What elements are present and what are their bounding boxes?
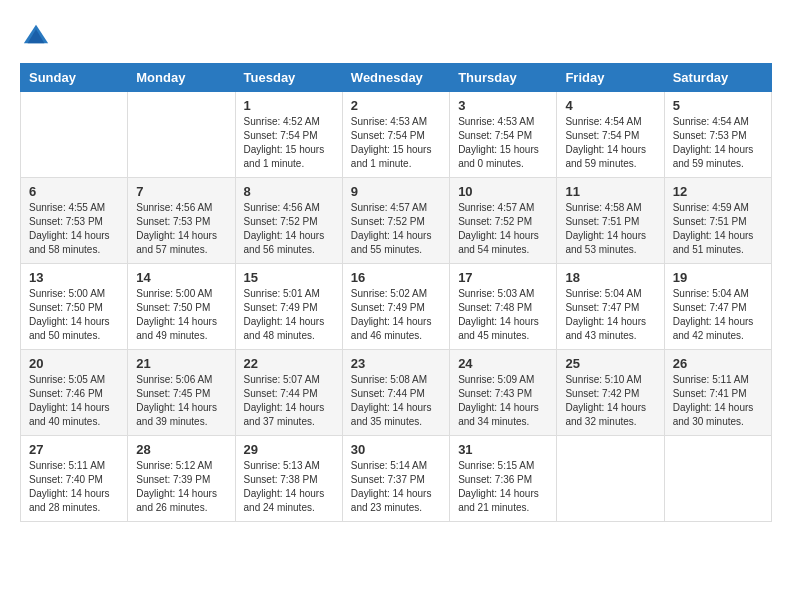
day-number: 23 bbox=[351, 356, 441, 371]
calendar-cell: 26Sunrise: 5:11 AMSunset: 7:41 PMDayligh… bbox=[664, 350, 771, 436]
day-info: Sunrise: 5:14 AMSunset: 7:37 PMDaylight:… bbox=[351, 459, 441, 515]
calendar-cell: 24Sunrise: 5:09 AMSunset: 7:43 PMDayligh… bbox=[450, 350, 557, 436]
calendar-cell: 14Sunrise: 5:00 AMSunset: 7:50 PMDayligh… bbox=[128, 264, 235, 350]
day-number: 11 bbox=[565, 184, 655, 199]
day-number: 10 bbox=[458, 184, 548, 199]
day-info: Sunrise: 4:54 AMSunset: 7:53 PMDaylight:… bbox=[673, 115, 763, 171]
calendar-week-row: 13Sunrise: 5:00 AMSunset: 7:50 PMDayligh… bbox=[21, 264, 772, 350]
calendar-cell: 27Sunrise: 5:11 AMSunset: 7:40 PMDayligh… bbox=[21, 436, 128, 522]
calendar-cell bbox=[21, 92, 128, 178]
day-number: 5 bbox=[673, 98, 763, 113]
day-number: 7 bbox=[136, 184, 226, 199]
calendar-header-sunday: Sunday bbox=[21, 64, 128, 92]
day-number: 31 bbox=[458, 442, 548, 457]
day-info: Sunrise: 5:02 AMSunset: 7:49 PMDaylight:… bbox=[351, 287, 441, 343]
calendar-header-saturday: Saturday bbox=[664, 64, 771, 92]
calendar-cell: 22Sunrise: 5:07 AMSunset: 7:44 PMDayligh… bbox=[235, 350, 342, 436]
day-info: Sunrise: 5:11 AMSunset: 7:41 PMDaylight:… bbox=[673, 373, 763, 429]
calendar-cell: 20Sunrise: 5:05 AMSunset: 7:46 PMDayligh… bbox=[21, 350, 128, 436]
day-number: 26 bbox=[673, 356, 763, 371]
calendar-header-tuesday: Tuesday bbox=[235, 64, 342, 92]
day-info: Sunrise: 5:04 AMSunset: 7:47 PMDaylight:… bbox=[565, 287, 655, 343]
calendar-week-row: 20Sunrise: 5:05 AMSunset: 7:46 PMDayligh… bbox=[21, 350, 772, 436]
day-number: 6 bbox=[29, 184, 119, 199]
day-number: 30 bbox=[351, 442, 441, 457]
calendar-header-monday: Monday bbox=[128, 64, 235, 92]
day-info: Sunrise: 4:55 AMSunset: 7:53 PMDaylight:… bbox=[29, 201, 119, 257]
day-info: Sunrise: 4:56 AMSunset: 7:52 PMDaylight:… bbox=[244, 201, 334, 257]
day-info: Sunrise: 5:03 AMSunset: 7:48 PMDaylight:… bbox=[458, 287, 548, 343]
day-info: Sunrise: 4:56 AMSunset: 7:53 PMDaylight:… bbox=[136, 201, 226, 257]
calendar-header-row: SundayMondayTuesdayWednesdayThursdayFrid… bbox=[21, 64, 772, 92]
day-number: 9 bbox=[351, 184, 441, 199]
calendar-header-friday: Friday bbox=[557, 64, 664, 92]
calendar-cell bbox=[557, 436, 664, 522]
day-info: Sunrise: 5:04 AMSunset: 7:47 PMDaylight:… bbox=[673, 287, 763, 343]
calendar-cell: 19Sunrise: 5:04 AMSunset: 7:47 PMDayligh… bbox=[664, 264, 771, 350]
calendar-cell: 18Sunrise: 5:04 AMSunset: 7:47 PMDayligh… bbox=[557, 264, 664, 350]
day-info: Sunrise: 4:59 AMSunset: 7:51 PMDaylight:… bbox=[673, 201, 763, 257]
day-number: 13 bbox=[29, 270, 119, 285]
day-number: 3 bbox=[458, 98, 548, 113]
day-number: 25 bbox=[565, 356, 655, 371]
day-info: Sunrise: 5:13 AMSunset: 7:38 PMDaylight:… bbox=[244, 459, 334, 515]
day-number: 22 bbox=[244, 356, 334, 371]
day-info: Sunrise: 4:57 AMSunset: 7:52 PMDaylight:… bbox=[351, 201, 441, 257]
day-info: Sunrise: 4:53 AMSunset: 7:54 PMDaylight:… bbox=[458, 115, 548, 171]
day-number: 24 bbox=[458, 356, 548, 371]
calendar-cell: 15Sunrise: 5:01 AMSunset: 7:49 PMDayligh… bbox=[235, 264, 342, 350]
calendar-week-row: 27Sunrise: 5:11 AMSunset: 7:40 PMDayligh… bbox=[21, 436, 772, 522]
day-info: Sunrise: 4:54 AMSunset: 7:54 PMDaylight:… bbox=[565, 115, 655, 171]
day-info: Sunrise: 5:09 AMSunset: 7:43 PMDaylight:… bbox=[458, 373, 548, 429]
day-number: 1 bbox=[244, 98, 334, 113]
calendar-cell: 6Sunrise: 4:55 AMSunset: 7:53 PMDaylight… bbox=[21, 178, 128, 264]
calendar-week-row: 1Sunrise: 4:52 AMSunset: 7:54 PMDaylight… bbox=[21, 92, 772, 178]
day-number: 18 bbox=[565, 270, 655, 285]
calendar-cell: 8Sunrise: 4:56 AMSunset: 7:52 PMDaylight… bbox=[235, 178, 342, 264]
day-number: 2 bbox=[351, 98, 441, 113]
day-info: Sunrise: 5:12 AMSunset: 7:39 PMDaylight:… bbox=[136, 459, 226, 515]
calendar-cell: 30Sunrise: 5:14 AMSunset: 7:37 PMDayligh… bbox=[342, 436, 449, 522]
calendar-header-wednesday: Wednesday bbox=[342, 64, 449, 92]
day-info: Sunrise: 4:53 AMSunset: 7:54 PMDaylight:… bbox=[351, 115, 441, 171]
day-number: 14 bbox=[136, 270, 226, 285]
logo-text bbox=[20, 20, 50, 53]
calendar-cell: 31Sunrise: 5:15 AMSunset: 7:36 PMDayligh… bbox=[450, 436, 557, 522]
calendar-cell bbox=[664, 436, 771, 522]
day-number: 29 bbox=[244, 442, 334, 457]
day-number: 12 bbox=[673, 184, 763, 199]
day-info: Sunrise: 4:57 AMSunset: 7:52 PMDaylight:… bbox=[458, 201, 548, 257]
calendar-cell: 17Sunrise: 5:03 AMSunset: 7:48 PMDayligh… bbox=[450, 264, 557, 350]
calendar-cell: 1Sunrise: 4:52 AMSunset: 7:54 PMDaylight… bbox=[235, 92, 342, 178]
day-info: Sunrise: 4:52 AMSunset: 7:54 PMDaylight:… bbox=[244, 115, 334, 171]
day-info: Sunrise: 5:00 AMSunset: 7:50 PMDaylight:… bbox=[29, 287, 119, 343]
day-number: 19 bbox=[673, 270, 763, 285]
day-info: Sunrise: 5:10 AMSunset: 7:42 PMDaylight:… bbox=[565, 373, 655, 429]
logo-icon bbox=[22, 20, 50, 48]
logo bbox=[20, 20, 50, 53]
day-info: Sunrise: 5:08 AMSunset: 7:44 PMDaylight:… bbox=[351, 373, 441, 429]
calendar-cell: 13Sunrise: 5:00 AMSunset: 7:50 PMDayligh… bbox=[21, 264, 128, 350]
calendar-cell: 12Sunrise: 4:59 AMSunset: 7:51 PMDayligh… bbox=[664, 178, 771, 264]
day-number: 8 bbox=[244, 184, 334, 199]
calendar-cell: 2Sunrise: 4:53 AMSunset: 7:54 PMDaylight… bbox=[342, 92, 449, 178]
calendar-cell: 3Sunrise: 4:53 AMSunset: 7:54 PMDaylight… bbox=[450, 92, 557, 178]
day-info: Sunrise: 5:05 AMSunset: 7:46 PMDaylight:… bbox=[29, 373, 119, 429]
day-info: Sunrise: 5:07 AMSunset: 7:44 PMDaylight:… bbox=[244, 373, 334, 429]
calendar-cell: 21Sunrise: 5:06 AMSunset: 7:45 PMDayligh… bbox=[128, 350, 235, 436]
calendar-cell: 11Sunrise: 4:58 AMSunset: 7:51 PMDayligh… bbox=[557, 178, 664, 264]
day-number: 28 bbox=[136, 442, 226, 457]
day-number: 4 bbox=[565, 98, 655, 113]
day-number: 20 bbox=[29, 356, 119, 371]
day-info: Sunrise: 5:00 AMSunset: 7:50 PMDaylight:… bbox=[136, 287, 226, 343]
day-info: Sunrise: 4:58 AMSunset: 7:51 PMDaylight:… bbox=[565, 201, 655, 257]
calendar-cell: 5Sunrise: 4:54 AMSunset: 7:53 PMDaylight… bbox=[664, 92, 771, 178]
day-info: Sunrise: 5:11 AMSunset: 7:40 PMDaylight:… bbox=[29, 459, 119, 515]
day-number: 17 bbox=[458, 270, 548, 285]
day-number: 15 bbox=[244, 270, 334, 285]
calendar-cell: 10Sunrise: 4:57 AMSunset: 7:52 PMDayligh… bbox=[450, 178, 557, 264]
calendar-cell: 4Sunrise: 4:54 AMSunset: 7:54 PMDaylight… bbox=[557, 92, 664, 178]
day-info: Sunrise: 5:01 AMSunset: 7:49 PMDaylight:… bbox=[244, 287, 334, 343]
calendar-cell: 23Sunrise: 5:08 AMSunset: 7:44 PMDayligh… bbox=[342, 350, 449, 436]
calendar-cell: 7Sunrise: 4:56 AMSunset: 7:53 PMDaylight… bbox=[128, 178, 235, 264]
